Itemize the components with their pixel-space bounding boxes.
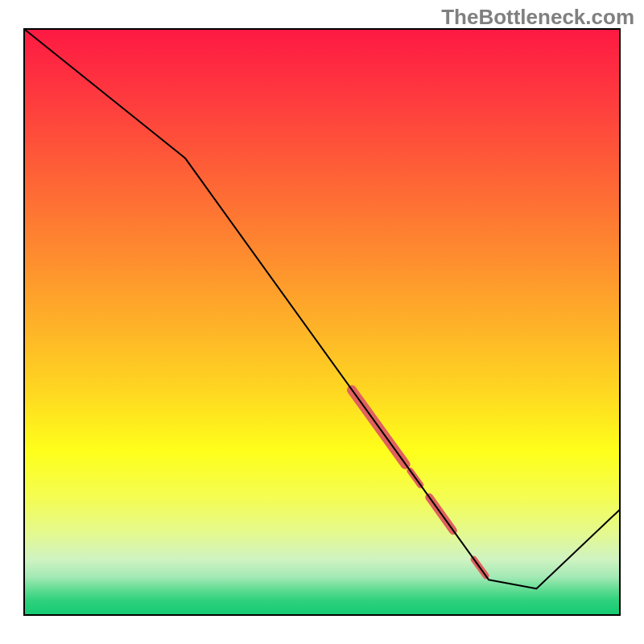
chart-background [24, 29, 620, 615]
watermark-text: TheBottleneck.com [441, 5, 634, 30]
chart-canvas [0, 0, 644, 644]
chart-stage: TheBottleneck.com [0, 0, 644, 644]
